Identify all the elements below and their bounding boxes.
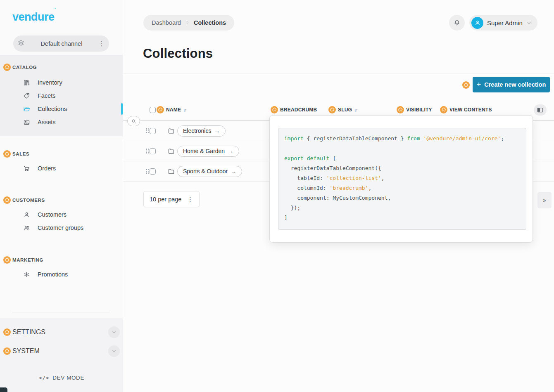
system-expand-button[interactable] <box>108 345 120 357</box>
plugin-badge-icon[interactable] <box>3 347 11 355</box>
search-icon <box>131 118 137 124</box>
plugin-badge-icon[interactable] <box>397 106 404 113</box>
breadcrumb-current: Collections <box>194 19 226 26</box>
channel-menu-button[interactable]: ⋮ <box>98 40 105 47</box>
sidebar-item-inventory[interactable]: Inventory <box>0 76 123 89</box>
row-checkbox[interactable] <box>150 128 156 134</box>
user-icon <box>23 211 30 218</box>
user-menu[interactable]: Super Admin <box>469 15 537 31</box>
code-icon: </> <box>39 375 49 381</box>
dev-mode-code-popover: import { registerDataTableComponent } fr… <box>269 115 533 243</box>
sidebar-item-promotions[interactable]: Promotions <box>0 268 123 281</box>
arrow-right-icon: → <box>214 128 220 134</box>
table-search-button[interactable] <box>127 116 140 126</box>
table-header-view-contents: VIEW CONTENTS <box>440 104 492 115</box>
user-name: Super Admin <box>487 19 523 26</box>
sidebar-item-assets[interactable]: Assets <box>0 116 123 129</box>
users-icon <box>23 224 30 231</box>
asterisk-icon <box>23 271 30 278</box>
image-icon <box>23 119 30 126</box>
table-header-slug: SLUG ↓↑ <box>328 104 357 115</box>
chevron-down-icon <box>112 349 117 354</box>
settings-expand-button[interactable] <box>108 326 120 338</box>
active-item-indicator <box>121 103 123 115</box>
table-header-name: NAME ↓↑ <box>150 104 186 115</box>
table-header-visibility: VISIBILITY <box>397 104 432 115</box>
sidebar-item-facets[interactable]: Facets <box>0 89 123 102</box>
breadcrumb: Dashboard Collections <box>143 15 234 31</box>
collection-name-chip[interactable]: Sports & Outdoor → <box>177 166 242 177</box>
vendure-logo[interactable]: vendure˙ <box>12 11 56 24</box>
section-header-customers: CUSTOMERS <box>3 196 45 204</box>
plugin-badge-icon[interactable] <box>440 106 447 113</box>
plugin-badge-icon[interactable] <box>3 256 11 264</box>
drag-handle-icon[interactable] <box>146 169 149 174</box>
sidebar: vendure˙ Default channel ⋮ CATALOG Inven… <box>0 0 123 392</box>
plugin-badge-icon[interactable] <box>3 150 11 158</box>
items-per-page-select[interactable]: 10 per page ⋮ <box>143 191 200 207</box>
section-header-sales: SALES <box>3 150 29 158</box>
per-page-menu-button[interactable]: ⋮ <box>187 196 193 203</box>
main-content: Dashboard Collections Super Admin Collec… <box>123 0 554 392</box>
row-checkbox[interactable] <box>150 168 156 175</box>
sidebar-item-customers[interactable]: Customers <box>0 208 123 221</box>
notifications-button[interactable] <box>449 15 465 31</box>
cart-icon <box>23 165 30 172</box>
drag-handle-icon[interactable] <box>146 149 149 153</box>
sort-toggle[interactable]: ↓↑ <box>354 107 357 112</box>
arrow-right-icon: → <box>228 148 233 154</box>
sidebar-divider <box>12 312 109 312</box>
user-icon <box>474 19 481 26</box>
avatar <box>471 17 483 29</box>
chevron-down-icon <box>526 20 532 26</box>
channel-selector[interactable]: Default channel ⋮ <box>13 35 109 52</box>
channel-label: Default channel <box>25 40 98 47</box>
plugin-badge-icon[interactable] <box>3 328 11 336</box>
sidebar-item-customer-groups[interactable]: Customer groups <box>0 221 123 234</box>
select-all-checkbox[interactable] <box>150 107 156 113</box>
plus-icon: + <box>477 80 481 89</box>
pagination-last-button[interactable]: » <box>537 192 552 208</box>
sort-toggle[interactable]: ↓↑ <box>183 107 186 112</box>
folder-icon <box>168 148 175 155</box>
section-settings: SETTINGS <box>3 326 120 338</box>
chevron-right-icon <box>185 19 190 26</box>
divider <box>123 73 554 73</box>
table-header-breadcrumb: BREADCRUMB <box>271 104 317 115</box>
folder-open-icon <box>23 106 30 113</box>
section-header-marketing: MARKETING <box>3 256 43 264</box>
section-header-catalog: CATALOG <box>3 63 37 71</box>
bell-icon <box>453 19 461 26</box>
plugin-badge-icon[interactable] <box>3 64 11 71</box>
folder-icon <box>168 168 175 175</box>
page-title: Collections <box>143 46 213 61</box>
plugin-badge-icon[interactable] <box>462 81 470 89</box>
code-block: import { registerDataTableComponent } fr… <box>278 128 526 230</box>
breadcrumb-dashboard-link[interactable]: Dashboard <box>152 19 181 26</box>
bottom-corner-widget <box>0 387 7 392</box>
library-icon <box>23 79 30 86</box>
tag-icon <box>23 92 30 99</box>
plugin-badge-icon[interactable] <box>157 106 164 113</box>
columns-icon <box>537 107 543 113</box>
plugin-badge-icon[interactable] <box>3 196 11 204</box>
plugin-badge-icon[interactable] <box>271 106 278 113</box>
sidebar-item-orders[interactable]: Orders <box>0 162 123 175</box>
layers-icon <box>17 39 25 48</box>
collection-name-chip[interactable]: Electronics → <box>177 125 226 137</box>
section-system: SYSTEM <box>3 345 120 357</box>
create-new-collection-button[interactable]: + Create new collection <box>473 77 550 92</box>
plugin-badge-icon[interactable] <box>328 106 336 113</box>
arrow-right-icon: → <box>231 168 236 175</box>
chevron-down-icon <box>112 330 117 335</box>
dev-mode-toggle[interactable]: </> DEV MODE <box>0 375 123 381</box>
collection-name-chip[interactable]: Home & Garden → <box>177 146 239 157</box>
column-settings-button[interactable] <box>534 104 547 116</box>
sidebar-item-collections[interactable]: Collections <box>0 102 123 116</box>
drag-handle-icon[interactable] <box>146 128 149 133</box>
folder-icon <box>168 128 175 135</box>
row-checkbox[interactable] <box>150 148 156 154</box>
